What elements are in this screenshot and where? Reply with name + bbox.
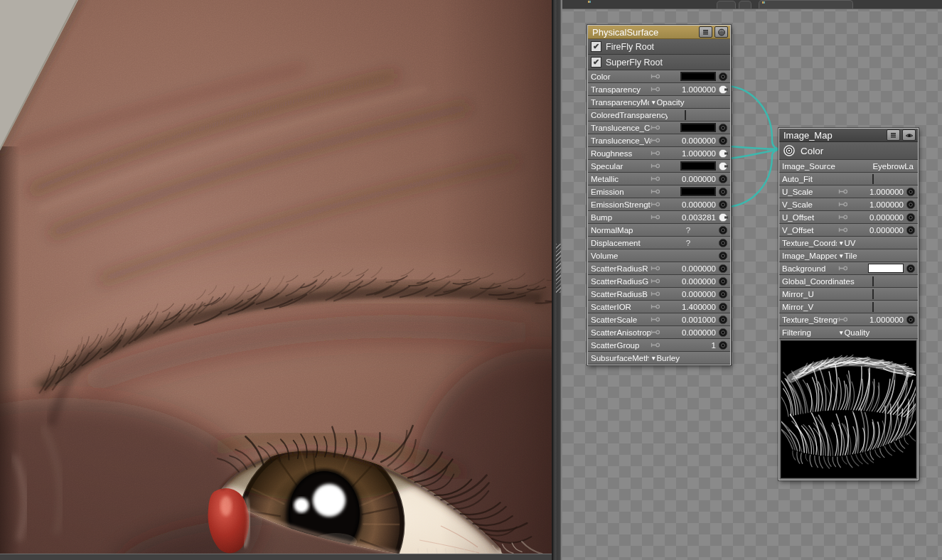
menu-icon[interactable] [699, 26, 712, 38]
param-row-global-coordinates[interactable]: Global_Coordinates [779, 275, 918, 288]
socket-bump[interactable] [716, 212, 730, 222]
value-u-offset[interactable]: 0.000000 [848, 213, 904, 222]
param-row-translucence-color[interactable]: Translucence_Color [588, 122, 730, 134]
socket-scatterior[interactable] [716, 302, 730, 312]
checkbox-firefly-root[interactable]: ✔ [591, 41, 601, 52]
param-row-normalmap[interactable]: NormalMap? [588, 224, 730, 237]
top-tab[interactable] [739, 1, 751, 9]
param-row-mirror-v[interactable]: Mirror_V [779, 301, 918, 313]
top-tab[interactable] [717, 1, 736, 9]
param-row-auto-fit[interactable]: Auto_Fit [779, 173, 918, 185]
value-scatterradiusr[interactable]: 0.000000 [660, 264, 716, 273]
value-texture-strength[interactable]: 1.000000 [848, 316, 904, 324]
socket-v-offset[interactable] [904, 225, 918, 235]
toggle-firefly-root[interactable]: ✔FireFly Root [588, 39, 730, 55]
socket-volume[interactable] [716, 251, 730, 261]
color-swatch[interactable] [680, 187, 716, 196]
param-row-texture-coords[interactable]: Texture_Coords▼UV [779, 237, 918, 249]
dropdown-texture-coords[interactable]: ▼UV [837, 239, 918, 247]
socket-background[interactable] [904, 264, 918, 274]
visibility-icon[interactable] [902, 129, 916, 141]
param-row-scatterradiusr[interactable]: ScatterRadiusR0.000000 [588, 262, 730, 275]
socket-translucence-color[interactable] [716, 123, 730, 133]
param-row-u-offset[interactable]: U_Offset0.000000 [779, 211, 918, 224]
toggle-superfly-root[interactable]: ✔SuperFly Root [588, 55, 730, 70]
param-row-displacement[interactable]: Displacement? [588, 237, 730, 249]
param-row-filtering[interactable]: Filtering▼Quality [779, 326, 918, 339]
color-swatch[interactable] [680, 123, 716, 132]
param-row-roughness[interactable]: Roughness1.000000 [588, 147, 730, 160]
value-unset[interactable]: ? [660, 226, 716, 235]
value-roughness[interactable]: 1.000000 [660, 149, 716, 158]
pane-splitter[interactable] [552, 0, 562, 560]
param-row-v-scale[interactable]: V_Scale1.000000 [779, 198, 918, 211]
socket-emissionstrength[interactable] [716, 200, 730, 210]
dropdown-subsurfacemethod[interactable]: ▼Burley [649, 354, 730, 362]
node-physical-surface[interactable]: PhysicalSurface ✔FireFly Root✔SuperFly R… [587, 25, 731, 365]
socket-roughness[interactable] [716, 149, 730, 158]
param-row-image-source[interactable]: Image_SourceEyebrowLa [779, 160, 918, 173]
param-row-volume[interactable]: Volume [588, 249, 730, 262]
socket-color[interactable] [716, 72, 730, 82]
socket-scatterscale[interactable] [716, 315, 730, 325]
dropdown-filtering[interactable]: ▼Quality [837, 328, 918, 337]
param-row-scatterradiusb[interactable]: ScatterRadiusB0.000000 [588, 288, 730, 301]
param-row-emission[interactable]: Emission [588, 185, 730, 198]
value-emissionstrength[interactable]: 0.000000 [660, 200, 716, 209]
node-output-color[interactable]: Color [779, 142, 918, 160]
socket-scatterradiusb[interactable] [716, 289, 730, 299]
value-scatterscale[interactable]: 0.001000 [660, 316, 716, 324]
checkbox-coloredtransparency[interactable] [685, 110, 686, 120]
checkbox-global-coordinates[interactable] [872, 276, 874, 286]
param-row-transparencymode[interactable]: TransparencyMode▼Opacity [588, 96, 730, 109]
param-row-background[interactable]: Background [779, 262, 918, 275]
param-row-transparency[interactable]: Transparency1.000000 [588, 83, 730, 96]
value-v-scale[interactable]: 1.000000 [848, 200, 904, 209]
dropdown-image-mapped[interactable]: ▼Tile [837, 252, 918, 260]
param-row-specular[interactable]: Specular [588, 160, 730, 173]
node-header[interactable]: Image_Map [779, 129, 918, 142]
socket-emission[interactable] [716, 187, 730, 197]
checkbox-superfly-root[interactable]: ✔ [591, 57, 601, 68]
socket-u-scale[interactable] [904, 187, 918, 197]
render-viewport[interactable] [0, 0, 552, 560]
value-metallic[interactable]: 0.000000 [660, 175, 716, 183]
socket-translucence-value[interactable] [716, 136, 730, 146]
value-v-offset[interactable]: 0.000000 [848, 226, 904, 235]
socket-u-offset[interactable] [904, 212, 918, 222]
shader-node-canvas[interactable]: PhysicalSurface ✔FireFly Root✔SuperFly R… [562, 0, 942, 560]
checkbox-auto-fit[interactable] [872, 174, 874, 184]
param-row-scattergroup[interactable]: ScatterGroup1 [588, 339, 730, 352]
value-scatterradiusb[interactable]: 0.000000 [660, 290, 716, 298]
socket-scatterradiusg[interactable] [716, 276, 730, 286]
param-row-v-offset[interactable]: V_Offset0.000000 [779, 224, 918, 237]
value-bump[interactable]: 0.003281 [660, 213, 716, 222]
preview-sphere-icon[interactable] [714, 26, 728, 38]
color-swatch[interactable] [868, 264, 904, 273]
param-row-mirror-u[interactable]: Mirror_U [779, 288, 918, 301]
value-scatteranisotropy[interactable]: 0.000000 [660, 328, 716, 337]
dropdown-transparencymode[interactable]: ▼Opacity [649, 98, 730, 107]
socket-transparency[interactable] [716, 85, 730, 95]
value-transparency[interactable]: 1.000000 [660, 85, 716, 94]
param-row-image-mapped[interactable]: Image_Mapped▼Tile [779, 249, 918, 262]
socket-scatterradiusr[interactable] [716, 264, 730, 274]
value-unset[interactable]: ? [660, 239, 716, 247]
color-swatch[interactable] [680, 161, 716, 171]
splitter-grip-icon[interactable] [556, 244, 561, 293]
value-scattergroup[interactable]: 1 [660, 341, 716, 350]
value-scatterior[interactable]: 1.400000 [660, 303, 716, 311]
param-row-color[interactable]: Color [588, 70, 730, 83]
socket-v-scale[interactable] [904, 200, 918, 210]
param-row-scatterior[interactable]: ScatterIOR1.400000 [588, 301, 730, 313]
socket-metallic[interactable] [716, 174, 730, 184]
menu-icon[interactable] [887, 129, 900, 141]
param-row-scatterscale[interactable]: ScatterScale0.001000 [588, 313, 730, 326]
param-row-texture-strength[interactable]: Texture_Strength1.000000 [779, 313, 918, 326]
param-row-scatterradiusg[interactable]: ScatterRadiusG0.000000 [588, 275, 730, 288]
checkbox-mirror-v[interactable] [872, 302, 874, 312]
param-row-scatteranisotropy[interactable]: ScatterAnisotropy0.000000 [588, 326, 730, 339]
param-row-emissionstrength[interactable]: EmissionStrength0.000000 [588, 198, 730, 211]
param-row-translucence-value[interactable]: Translucence_Value0.000000 [588, 134, 730, 147]
socket-scattergroup[interactable] [716, 340, 730, 350]
